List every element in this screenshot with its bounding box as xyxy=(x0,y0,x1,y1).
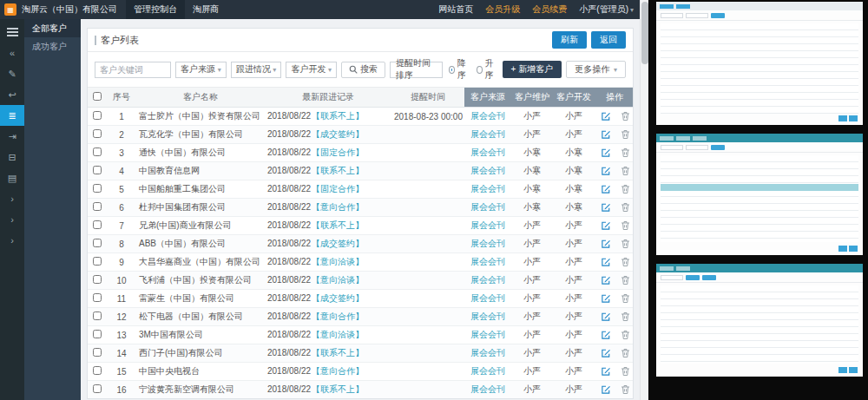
chevron-right-icon[interactable]: › xyxy=(0,209,24,230)
sort-desc-radio[interactable]: 降序 xyxy=(449,57,470,82)
scrollbar-thumb[interactable] xyxy=(641,2,648,64)
edit-row-icon[interactable] xyxy=(601,129,611,140)
record-date: 2018/08/22 xyxy=(267,293,311,303)
edit-row-icon[interactable] xyxy=(601,348,611,358)
customer-source: 展会会刊 xyxy=(464,344,511,363)
row-checkbox[interactable] xyxy=(93,166,102,174)
followup-record: 2018/08/22【意向合作】 xyxy=(265,308,391,326)
header-remind[interactable]: 提醒时间 xyxy=(391,88,464,108)
delete-row-icon[interactable] xyxy=(621,166,630,176)
row-select-cell xyxy=(88,344,107,363)
logout-icon[interactable]: ⇥ xyxy=(0,126,24,147)
collapse-icon[interactable]: « xyxy=(0,43,24,63)
record-status-tag: 【联系不上】 xyxy=(312,111,364,121)
edit-row-icon[interactable] xyxy=(601,166,611,176)
edit-row-icon[interactable] xyxy=(601,366,611,377)
edit-row-icon[interactable] xyxy=(601,184,611,194)
link-site-home[interactable]: 网站首页 xyxy=(432,3,479,16)
edit-row-icon[interactable] xyxy=(601,257,611,267)
row-checkbox[interactable] xyxy=(93,184,102,193)
add-customer-button[interactable]: + 新增客户 xyxy=(503,61,562,78)
delete-row-icon[interactable] xyxy=(621,184,630,194)
edit-icon[interactable]: ✎ xyxy=(0,63,24,84)
thumbnail-table-rows xyxy=(661,23,858,114)
minus-box-icon[interactable]: ⊟ xyxy=(0,147,24,167)
thumbnail-pager xyxy=(838,115,858,121)
edit-row-icon[interactable] xyxy=(601,384,611,395)
follow-select[interactable]: 跟进情况▾ xyxy=(231,62,282,78)
row-checkbox[interactable] xyxy=(93,275,102,284)
menu-icon[interactable] xyxy=(0,22,24,43)
delete-row-icon[interactable] xyxy=(621,148,630,158)
source-select[interactable]: 客户来源▾ xyxy=(175,62,227,78)
thumbnail-toolbar xyxy=(656,272,863,283)
delete-row-icon[interactable] xyxy=(621,293,630,304)
sidebar-item-success-customers[interactable]: 成功客户 xyxy=(24,37,81,56)
chevron-right-icon[interactable]: › xyxy=(0,188,24,209)
row-checkbox[interactable] xyxy=(93,330,102,338)
edit-row-icon[interactable] xyxy=(601,220,611,231)
delete-row-icon[interactable] xyxy=(621,384,630,395)
develop-select[interactable]: 客户开发▾ xyxy=(286,62,337,78)
row-checkbox[interactable] xyxy=(93,202,102,211)
select-all-header xyxy=(88,88,107,108)
row-checkbox[interactable] xyxy=(93,366,102,375)
delete-row-icon[interactable] xyxy=(621,348,630,358)
followup-record: 2018/08/22【意向合作】 xyxy=(265,199,391,217)
row-checkbox[interactable] xyxy=(93,129,102,138)
row-checkbox[interactable] xyxy=(93,257,102,266)
row-checkbox[interactable] xyxy=(93,348,102,357)
row-checkbox[interactable] xyxy=(93,239,102,247)
select-all-checkbox[interactable] xyxy=(93,92,102,101)
row-checkbox[interactable] xyxy=(93,148,102,156)
search-button[interactable]: 搜索 xyxy=(341,62,385,78)
sidebar-item-all-customers[interactable]: 全部客户 xyxy=(24,19,81,37)
row-checkbox[interactable] xyxy=(93,220,102,229)
delete-row-icon[interactable] xyxy=(621,202,630,213)
edit-row-icon[interactable] xyxy=(601,239,611,249)
link-member-upgrade[interactable]: 会员升级 xyxy=(479,3,526,16)
edit-row-icon[interactable] xyxy=(601,311,611,322)
row-checkbox[interactable] xyxy=(93,111,102,120)
source-select-label: 客户来源 xyxy=(181,63,215,75)
user-menu[interactable]: 小严(管理员)▾ xyxy=(573,3,640,16)
refresh-button[interactable]: 刷新 xyxy=(552,31,587,49)
delete-row-icon[interactable] xyxy=(621,257,630,267)
edit-row-icon[interactable] xyxy=(601,111,611,121)
edit-row-icon[interactable] xyxy=(601,293,611,304)
vertical-scrollbar[interactable] xyxy=(640,0,648,400)
delete-row-icon[interactable] xyxy=(621,111,630,121)
topnav-admin-console[interactable]: 管理控制台 xyxy=(126,0,185,19)
topnav-taoping-shop[interactable]: 淘屏商 xyxy=(185,0,227,19)
delete-row-icon[interactable] xyxy=(621,366,630,377)
remind-time-text: 2018-08-23 00:00 xyxy=(394,112,463,121)
delete-row-icon[interactable] xyxy=(621,220,630,231)
row-actions xyxy=(595,199,634,217)
followup-record: 2018/08/22【意向合作】 xyxy=(265,363,391,381)
edit-row-icon[interactable] xyxy=(601,275,611,285)
row-checkbox[interactable] xyxy=(93,384,102,393)
stats-icon[interactable]: ▤ xyxy=(0,167,24,188)
keyword-input[interactable] xyxy=(95,62,171,78)
customer-list-icon[interactable]: ≣ xyxy=(0,105,24,126)
delete-row-icon[interactable] xyxy=(621,239,630,249)
edit-row-icon[interactable] xyxy=(601,202,611,213)
record-status-tag: 【成交签约】 xyxy=(312,129,364,139)
delete-row-icon[interactable] xyxy=(621,330,630,340)
undo-icon[interactable]: ↩ xyxy=(0,84,24,105)
chevron-right-icon[interactable]: › xyxy=(0,230,24,251)
edit-row-icon[interactable] xyxy=(601,148,611,158)
back-button[interactable]: 返回 xyxy=(591,31,626,49)
delete-row-icon[interactable] xyxy=(621,275,630,285)
delete-row-icon[interactable] xyxy=(621,129,630,140)
sort-asc-radio[interactable]: 升序 xyxy=(477,57,498,82)
edit-row-icon[interactable] xyxy=(601,330,611,340)
row-checkbox[interactable] xyxy=(93,311,102,320)
customer-developer: 小严 xyxy=(553,363,595,381)
delete-row-icon[interactable] xyxy=(621,311,630,322)
thumbnail-header-block xyxy=(693,136,707,141)
more-actions-button[interactable]: 更多操作 ▾ xyxy=(566,61,626,78)
customer-keeper: 小严 xyxy=(511,217,553,235)
link-member-renew[interactable]: 会员续费 xyxy=(526,3,573,16)
row-checkbox[interactable] xyxy=(93,293,102,302)
